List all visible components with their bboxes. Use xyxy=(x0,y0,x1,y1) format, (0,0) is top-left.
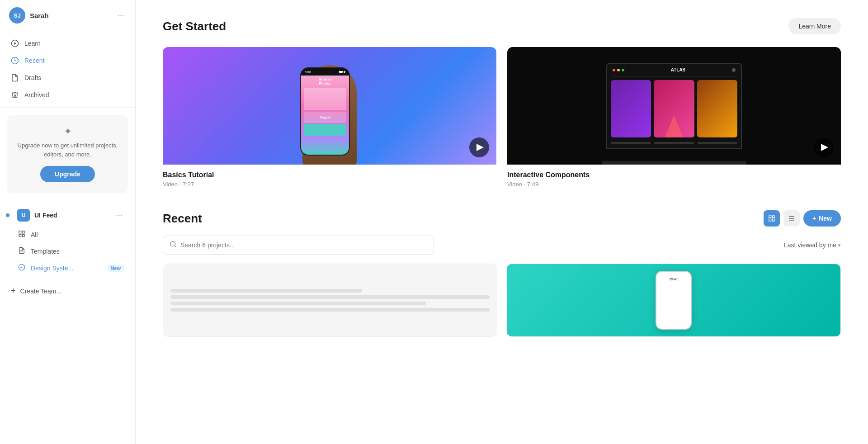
project-thumb-gray xyxy=(163,264,497,336)
view-controls: + New xyxy=(764,210,841,227)
gallery-item-3 xyxy=(697,80,737,137)
sidebar-item-all[interactable]: All xyxy=(0,226,135,243)
interactive-bg: ATLAS xyxy=(507,47,841,165)
team-info: U UI Feed xyxy=(17,209,57,222)
new-button[interactable]: + New xyxy=(803,210,841,227)
interactive-info: Interactive Components Video · 7:49 xyxy=(507,165,841,188)
svg-line-18 xyxy=(175,246,176,247)
sort-control[interactable]: Last viewed by me ▾ xyxy=(784,241,841,249)
sidebar-item-label-drafts: Drafts xyxy=(24,74,41,81)
upgrade-box: ✦ Upgrade now to get unlimited projects,… xyxy=(7,115,128,193)
user-name: Sarah xyxy=(30,12,49,19)
project-card-1[interactable] xyxy=(163,264,497,337)
clock-icon xyxy=(11,57,19,65)
interactive-title: Interactive Components xyxy=(507,171,841,179)
upgrade-text: Upgrade now to get unlimited projects, e… xyxy=(14,141,121,159)
sidebar-item-learn[interactable]: Learn xyxy=(0,35,135,52)
wireframe-line xyxy=(170,308,490,312)
interactive-thumbnail: ATLAS xyxy=(507,47,841,165)
recent-header: Recent + New xyxy=(163,210,841,227)
play-button-interactive[interactable] xyxy=(814,137,834,157)
gallery-item-1 xyxy=(611,80,651,137)
sidebar-nav: Learn Recent Drafts xyxy=(0,31,135,108)
create-team-label: Create Team... xyxy=(20,288,62,295)
search-bar: Last viewed by me ▾ xyxy=(163,236,841,255)
svg-marker-1 xyxy=(14,42,17,45)
plus-icon: + xyxy=(11,286,16,296)
mini-phone-label: Chat xyxy=(670,277,678,281)
team-avatar: U xyxy=(17,209,30,222)
get-started-title: Get Started xyxy=(163,19,226,33)
learn-more-button[interactable]: Learn More xyxy=(788,18,841,34)
laptop-close-btn xyxy=(732,68,736,72)
svg-rect-12 xyxy=(769,219,771,221)
sidebar-item-archived[interactable]: Archived xyxy=(0,86,135,104)
svg-point-17 xyxy=(170,241,175,246)
search-icon xyxy=(170,241,177,250)
grid-view-button[interactable] xyxy=(764,210,780,227)
video-cards-grid: 6:00 BrowsePhotos xyxy=(163,47,841,188)
recent-title: Recent xyxy=(163,212,202,226)
laptop-brand-text: ATLAS xyxy=(671,67,686,72)
upgrade-button[interactable]: Upgrade xyxy=(40,166,95,182)
sidebar-item-drafts[interactable]: Drafts xyxy=(0,69,135,86)
laptop-gallery xyxy=(611,80,737,137)
grid-icon xyxy=(18,230,25,239)
get-started-section: Get Started Learn More xyxy=(163,0,841,201)
avatar: SJ xyxy=(9,7,25,24)
sidebar-item-label-templates: Templates xyxy=(31,248,60,255)
sidebar-item-recent[interactable]: Recent xyxy=(0,52,135,69)
create-team-button[interactable]: + Create Team... xyxy=(0,282,135,300)
sidebar-item-templates[interactable]: Templates xyxy=(0,243,135,260)
wireframe-line xyxy=(170,295,490,299)
wireframe-preview xyxy=(163,282,497,319)
projects-grid: Chat xyxy=(163,264,841,337)
team-header[interactable]: U UI Feed ··· xyxy=(0,204,135,226)
sidebar-header: SJ Sarah ··· xyxy=(0,0,135,31)
svg-rect-5 xyxy=(19,234,21,236)
team-menu-button[interactable]: ··· xyxy=(114,208,124,222)
search-input-wrap xyxy=(163,236,434,255)
list-view-button[interactable] xyxy=(783,210,800,227)
svg-rect-6 xyxy=(22,234,24,236)
plus-icon-new: + xyxy=(812,215,816,222)
basics-thumbnail: 6:00 BrowsePhotos xyxy=(163,47,496,165)
basics-meta: Video · 7:27 xyxy=(163,181,496,188)
sidebar-item-label-learn: Learn xyxy=(24,40,41,47)
file-icon xyxy=(11,74,19,82)
recent-section: Recent + New xyxy=(163,201,841,355)
sidebar-item-label-design: Design Syste... xyxy=(31,265,73,272)
video-card-basics[interactable]: 6:00 BrowsePhotos xyxy=(163,47,496,188)
sidebar-item-label-recent: Recent xyxy=(24,57,44,64)
badge-new: New xyxy=(107,265,124,272)
wireframe-line xyxy=(170,302,426,305)
sidebar-item-label-all: All xyxy=(31,231,38,238)
project-card-2[interactable]: Chat xyxy=(506,264,841,337)
sort-label: Last viewed by me xyxy=(784,241,836,249)
svg-rect-3 xyxy=(19,231,21,233)
template-icon xyxy=(18,247,25,255)
svg-rect-10 xyxy=(769,216,771,218)
gallery-item-2 xyxy=(654,80,694,137)
user-info: SJ Sarah xyxy=(9,7,49,24)
get-started-header: Get Started Learn More xyxy=(163,18,841,34)
team-name: UI Feed xyxy=(34,212,57,219)
video-card-interactive[interactable]: ATLAS xyxy=(507,47,841,188)
user-menu-button[interactable]: ··· xyxy=(116,9,126,22)
wireframe-line xyxy=(170,289,362,293)
sidebar-item-design-system[interactable]: Design Syste... New xyxy=(0,260,135,276)
search-input[interactable] xyxy=(180,241,427,249)
sidebar-item-label-archived: Archived xyxy=(24,91,49,99)
new-button-label: New xyxy=(819,215,832,222)
svg-rect-13 xyxy=(772,219,774,221)
main-content: Get Started Learn More xyxy=(136,0,868,444)
design-icon xyxy=(18,264,25,272)
mini-phone-mockup: Chat xyxy=(656,271,692,330)
basics-bg: 6:00 BrowsePhotos xyxy=(163,47,496,165)
laptop-mockup: ATLAS xyxy=(606,63,742,149)
play-button-basics[interactable] xyxy=(469,137,489,157)
team-section: U UI Feed ··· All Template xyxy=(0,200,135,280)
laptop-screen: ATLAS xyxy=(607,64,741,148)
basics-title: Basics Tutorial xyxy=(163,171,496,179)
svg-rect-11 xyxy=(772,216,774,218)
